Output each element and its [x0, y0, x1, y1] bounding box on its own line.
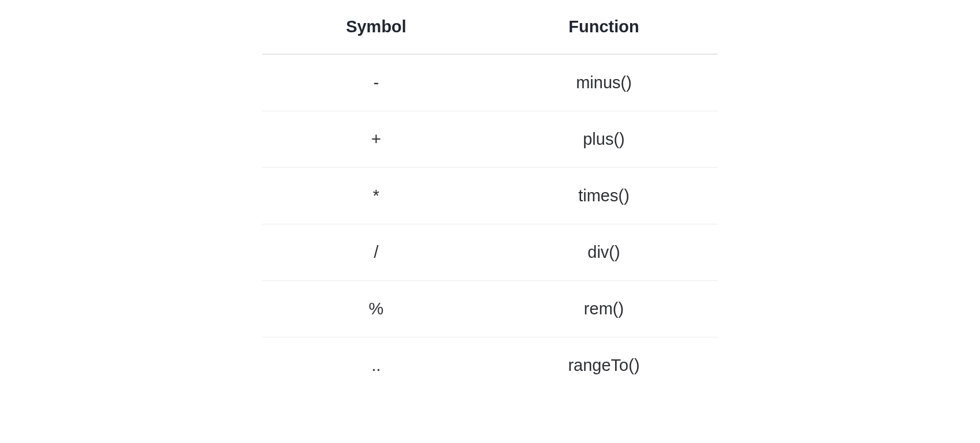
cell-function: times(): [490, 168, 718, 224]
table-body: - minus() + plus() * times() / div() % r…: [262, 54, 718, 393]
cell-function: div(): [490, 224, 718, 281]
cell-function: rangeTo(): [490, 337, 718, 394]
cell-symbol: +: [262, 111, 490, 168]
table-row: - minus(): [262, 54, 718, 111]
cell-function: minus(): [490, 54, 718, 111]
table-row: % rem(): [262, 281, 718, 337]
table-row: + plus(): [262, 111, 718, 168]
operator-function-table-container: Symbol Function - minus() + plus() * tim…: [262, 10, 718, 443]
table-row: .. rangeTo(): [262, 337, 718, 394]
table-row: / div(): [262, 224, 718, 281]
header-symbol: Symbol: [262, 10, 490, 54]
operator-function-table: Symbol Function - minus() + plus() * tim…: [262, 10, 718, 393]
cell-symbol: ..: [262, 337, 490, 394]
cell-symbol: -: [262, 54, 490, 111]
cell-symbol: *: [262, 168, 490, 224]
cell-function: rem(): [490, 281, 718, 337]
cell-function: plus(): [490, 111, 718, 168]
table-header: Symbol Function: [262, 10, 718, 54]
table-row: * times(): [262, 168, 718, 224]
cell-symbol: %: [262, 281, 490, 337]
cell-symbol: /: [262, 224, 490, 281]
header-function: Function: [490, 10, 718, 54]
